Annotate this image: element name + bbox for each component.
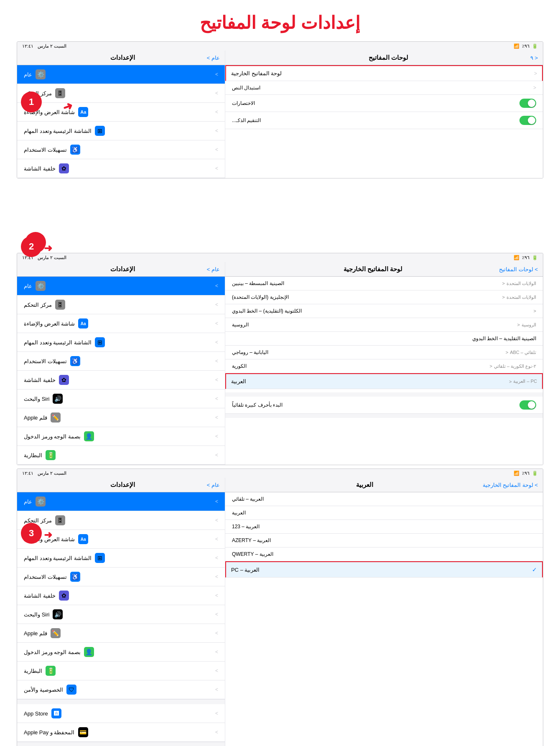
korean[interactable]: ٢-نوع الكورية – تلقائي< الكورية <box>225 359 543 373</box>
settings-siri-2[interactable]: > 🔊Siri والبحث <box>17 390 225 408</box>
general-icon: ⚙️ <box>36 69 46 79</box>
arabic-auto[interactable]: العربية – تلقائي <box>225 492 543 506</box>
nav-title-1: لوحات المفاتيح <box>369 54 408 61</box>
keyboard-list-1: < لوحة المفاتيح الخارجية < استبدال النص … <box>225 65 543 129</box>
settings-title-2: الإعدادات <box>110 265 135 273</box>
settings-cc-2[interactable]: > 🎛مركز التحكم <box>17 295 225 314</box>
arabic-azerty[interactable]: العربية – AZERTY <box>225 534 543 547</box>
home-icon-3: ⊞ <box>95 553 105 563</box>
nav-back-3[interactable]: > لوحة المفاتيح الخارجية <box>483 482 538 488</box>
status-bar-3: 🔋 ٩٦٪ 📶 السبت ٢ مارس ١٢:٤١ <box>17 469 543 478</box>
wallet-icon-3: 💳 <box>78 727 88 737</box>
faceid-icon-2: 👤 <box>84 431 94 441</box>
settings-apple-pencil-3[interactable]: > ✏️قلم Apple <box>17 624 225 643</box>
settings-faceid-3[interactable]: > 👤بصمة الوجه ورمز الدخول <box>17 643 225 662</box>
smart-punct-label: التنقيم الذكـ... <box>232 117 261 123</box>
battery-3: ٩٦٪ <box>522 471 529 476</box>
chinese-traditional[interactable]: الصينية التقليدية – الخط البدوي <box>225 332 543 346</box>
settings-wallet-3[interactable]: > 💳المحفظة و Apple Pay <box>17 723 225 742</box>
settings-siri-3[interactable]: > 🔊Siri والبحث <box>17 605 225 624</box>
text-replacement-label: استبدال النص <box>232 85 260 91</box>
celtic-traditional[interactable]: < الكلتونية (التقليدية) – الخط البدوي <box>225 304 543 318</box>
nav-back-1[interactable]: < ٩ <box>530 55 538 61</box>
cc-icon-2: 🎛 <box>55 300 65 310</box>
settings-battery-3[interactable]: > 🔋البطارية <box>17 662 225 680</box>
arrow-3: ➜ <box>44 529 52 541</box>
settings-back-3[interactable]: عام > <box>207 482 220 488</box>
shortcuts-toggle[interactable] <box>519 99 536 108</box>
settings-faceid-2[interactable]: > 👤بصمة الوجه ورمز الدخول <box>17 427 225 446</box>
chevron-icon: > <box>215 147 218 153</box>
time-3: ١٢:٤١ <box>22 471 33 476</box>
status-bar-2: 🔋 ٩٦٪ 📶 السبت ٢ مارس ١٢:٤١ <box>17 253 543 262</box>
siri-icon-2: 🔊 <box>53 394 63 404</box>
appstore-icon-3: 🅰 <box>51 708 61 718</box>
general-icon-3: ⚙️ <box>36 496 46 507</box>
arabic-label: العربية <box>231 378 246 384</box>
home-icon-2: ⊞ <box>95 337 105 347</box>
autocap-toggle-handle[interactable] <box>519 400 536 410</box>
settings-home-3[interactable]: > ⊞الشاشة الرئيسية وتعدد المهام <box>17 549 225 568</box>
russian[interactable]: الروسية< الروسية <box>225 318 543 332</box>
lang-label: اليابانية – روماجي <box>232 349 268 355</box>
wallpaper-icon-2: ✿ <box>59 375 69 385</box>
keyboard-lang-list: الولايات المتحدة< الصينية المبسطة – بيني… <box>225 277 543 389</box>
physical-keyboard-item[interactable]: < لوحة المفاتيح الخارجية <box>225 65 543 81</box>
settings-wallpaper-2[interactable]: > ✿خلفية الشاشة <box>17 371 225 390</box>
arabic-123[interactable]: العربية – 123 <box>225 520 543 534</box>
wallpaper-icon-3: ✿ <box>59 591 69 601</box>
settings-home-screen[interactable]: > ⊞ الشاشة الرئيسية وتعدد المهام <box>17 122 225 140</box>
settings-home-2[interactable]: > ⊞الشاشة الرئيسية وتعدد المهام <box>17 333 225 352</box>
auto-capitalize-toggle[interactable]: البدء بأحرف كبيرة تلقائياً <box>225 397 543 414</box>
settings-list-2: > ⚙️عام > 🎛مركز التحكم > Aaشاشة العرض وا… <box>17 277 225 465</box>
arabic-pc-label: العربية – PC <box>231 567 260 573</box>
arabic-default[interactable]: العربية <box>225 506 543 520</box>
date-2: السبت ٢ مارس <box>38 255 66 260</box>
japanese-romaji[interactable]: تلقائي – ABC< اليابانية – روماجي <box>225 346 543 359</box>
settings-back-1[interactable]: عام > <box>207 55 220 61</box>
general-icon-2: ⚙️ <box>36 281 46 291</box>
wifi-icon-3: 📶 <box>514 471 519 476</box>
settings-privacy-3[interactable]: > 🛡الخصوصية والأمن <box>17 680 225 699</box>
settings-general[interactable]: > ⚙️ عام <box>17 65 225 84</box>
settings-display-2[interactable]: > Aaشاشة العرض والإضاءة <box>17 314 225 333</box>
settings-access-3[interactable]: > ♿تسهيلات الاستخدام <box>17 568 225 586</box>
settings-list-1: > ⚙️ عام > 🎛 مركز التحكم <box>17 65 225 178</box>
settings-wallpaper[interactable]: > ✿ خلفية الشاشة <box>17 159 225 178</box>
smart-punct-toggle[interactable] <box>519 116 536 125</box>
arabic-pc-item[interactable]: ✓ العربية – PC <box>225 561 543 578</box>
chevron-icon: > <box>215 128 218 134</box>
nav-title-3: العربية <box>356 481 373 489</box>
settings-accessibility[interactable]: > ♿ تسهيلات الاستخدام <box>17 140 225 159</box>
checkmark-icon: ✓ <box>532 566 537 573</box>
settings-title-1: الإعدادات <box>110 54 135 61</box>
shortcuts-item[interactable]: الاختصارات <box>225 95 543 112</box>
text-replacement-item[interactable]: < استبدال النص <box>225 81 543 95</box>
accessibility-icon: ♿ <box>70 145 80 155</box>
settings-cc-3[interactable]: > 🎛مركز التحكم <box>17 511 225 530</box>
display-icon-3: Aa <box>78 534 88 544</box>
chevron-icon: > <box>215 109 218 115</box>
settings-access-2[interactable]: > ♿تسهيلات الاستخدام <box>17 352 225 371</box>
smart-punctuation-item[interactable]: التنقيم الذكـ... <box>225 112 543 129</box>
arabic-item[interactable]: PC – العربية< العربية <box>225 373 543 389</box>
settings-general-2[interactable]: > ⚙️عام <box>17 277 225 295</box>
english-us[interactable]: الولايات المتحدة< الإنجليزية (الولايات ا… <box>225 290 543 304</box>
settings-battery-2[interactable]: > 🔋البطارية <box>17 446 225 465</box>
settings-wallpaper-3[interactable]: > ✿خلفية الشاشة <box>17 586 225 605</box>
lang-label: الإنجليزية (الولايات المتحدة) <box>232 294 289 300</box>
chevron-icon: > <box>215 165 218 171</box>
settings-appstore-3[interactable]: > 🅰App Store <box>17 704 225 723</box>
siri-icon-3: 🔊 <box>53 609 63 619</box>
settings-general-3[interactable]: > ⚙️عام <box>17 492 225 511</box>
chinese-simplified[interactable]: الولايات المتحدة< الصينية المبسطة – بيني… <box>225 277 543 290</box>
arabic-qwerty[interactable]: العربية – QWERTY <box>225 547 543 561</box>
settings-control-center[interactable]: > 🎛 مركز التحكم <box>17 84 225 103</box>
appstore-label-3: App Store <box>24 710 48 717</box>
privacy-icon-3: 🛡 <box>66 685 76 695</box>
nav-back-2[interactable]: > لوحات المفاتيح <box>499 266 538 272</box>
settings-display[interactable]: > Aa شاشة العرض والإضاءة <box>17 103 225 122</box>
battery-2: ٩٦٪ <box>522 255 529 260</box>
settings-apple-pencil-2[interactable]: > ✏️قلم Apple <box>17 408 225 427</box>
settings-back-2[interactable]: عام > <box>207 266 220 272</box>
